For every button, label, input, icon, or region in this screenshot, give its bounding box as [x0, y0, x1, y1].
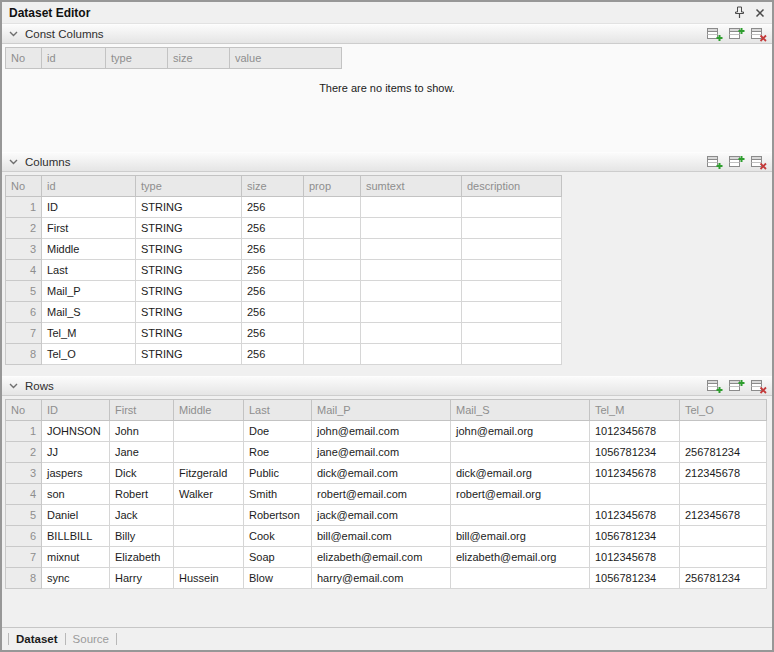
row-number-cell[interactable]: 8 [6, 344, 42, 365]
row-number-cell[interactable]: 6 [6, 302, 42, 323]
data-cell[interactable] [462, 302, 562, 323]
column-header[interactable]: No [6, 400, 42, 421]
data-cell[interactable]: Jack [110, 505, 174, 526]
data-cell[interactable] [304, 197, 361, 218]
data-cell[interactable]: STRING [136, 260, 242, 281]
column-header[interactable]: Mail_P [312, 400, 451, 421]
data-cell[interactable]: sync [42, 568, 110, 589]
row-number-cell[interactable]: 8 [6, 568, 42, 589]
row-number-cell[interactable]: 5 [6, 505, 42, 526]
collapse-rows-button[interactable] [6, 379, 20, 393]
data-cell[interactable] [174, 547, 244, 568]
collapse-columns-button[interactable] [6, 155, 20, 169]
column-header[interactable]: prop [304, 176, 361, 197]
data-cell[interactable] [462, 281, 562, 302]
data-cell[interactable] [361, 218, 462, 239]
data-cell[interactable] [462, 239, 562, 260]
data-cell[interactable] [451, 568, 590, 589]
column-header[interactable]: sumtext [361, 176, 462, 197]
data-cell[interactable]: Harry [110, 568, 174, 589]
data-cell[interactable]: 256781234 [680, 568, 767, 589]
column-header[interactable]: type [106, 48, 168, 69]
column-header[interactable]: Mail_S [451, 400, 590, 421]
data-cell[interactable]: elizabeth@email.com [312, 547, 451, 568]
data-cell[interactable]: Robert [110, 484, 174, 505]
insert-row-icon[interactable] [728, 155, 745, 170]
data-cell[interactable] [174, 421, 244, 442]
row-number-cell[interactable]: 2 [6, 442, 42, 463]
data-cell[interactable]: robert@email.org [451, 484, 590, 505]
data-cell[interactable]: 256 [242, 260, 304, 281]
data-cell[interactable] [462, 197, 562, 218]
data-cell[interactable] [680, 484, 767, 505]
data-cell[interactable]: STRING [136, 239, 242, 260]
row-number-cell[interactable]: 3 [6, 239, 42, 260]
data-cell[interactable]: JJ [42, 442, 110, 463]
data-cell[interactable] [304, 302, 361, 323]
column-header[interactable]: ID [42, 400, 110, 421]
data-cell[interactable]: Dick [110, 463, 174, 484]
tab-source[interactable]: Source [73, 633, 109, 645]
add-row-icon[interactable] [706, 155, 723, 170]
row-number-cell[interactable]: 6 [6, 526, 42, 547]
data-cell[interactable] [361, 281, 462, 302]
data-cell[interactable]: dick@email.org [451, 463, 590, 484]
data-cell[interactable]: Doe [244, 421, 312, 442]
collapse-const-columns-button[interactable] [6, 27, 20, 41]
row-number-cell[interactable]: 5 [6, 281, 42, 302]
column-header[interactable]: id [42, 176, 136, 197]
data-cell[interactable] [462, 260, 562, 281]
data-cell[interactable]: Last [42, 260, 136, 281]
row-number-cell[interactable]: 4 [6, 484, 42, 505]
data-cell[interactable]: Public [244, 463, 312, 484]
data-cell[interactable]: Roe [244, 442, 312, 463]
column-header[interactable]: value [230, 48, 342, 69]
data-cell[interactable]: STRING [136, 344, 242, 365]
delete-row-icon[interactable] [750, 155, 767, 170]
data-cell[interactable]: Daniel [42, 505, 110, 526]
data-cell[interactable]: Mail_S [42, 302, 136, 323]
data-cell[interactable]: John [110, 421, 174, 442]
data-cell[interactable] [451, 442, 590, 463]
data-cell[interactable]: Cook [244, 526, 312, 547]
row-number-cell[interactable]: 4 [6, 260, 42, 281]
data-cell[interactable]: 256 [242, 281, 304, 302]
delete-row-icon[interactable] [750, 379, 767, 394]
data-cell[interactable]: 1056781234 [590, 568, 680, 589]
column-header[interactable]: First [110, 400, 174, 421]
data-cell[interactable]: Blow [244, 568, 312, 589]
data-cell[interactable]: Elizabeth [110, 547, 174, 568]
data-cell[interactable]: 256 [242, 197, 304, 218]
data-cell[interactable]: jack@email.com [312, 505, 451, 526]
data-cell[interactable]: 256 [242, 323, 304, 344]
insert-row-icon[interactable] [728, 379, 745, 394]
data-cell[interactable]: 1012345678 [590, 505, 680, 526]
row-number-cell[interactable]: 7 [6, 323, 42, 344]
data-cell[interactable] [174, 442, 244, 463]
data-cell[interactable]: JOHNSON [42, 421, 110, 442]
data-cell[interactable] [462, 218, 562, 239]
data-cell[interactable]: mixnut [42, 547, 110, 568]
data-cell[interactable]: 1056781234 [590, 442, 680, 463]
column-header[interactable]: id [42, 48, 106, 69]
data-cell[interactable]: BILLBILL [42, 526, 110, 547]
data-cell[interactable]: harry@email.com [312, 568, 451, 589]
data-cell[interactable]: Smith [244, 484, 312, 505]
data-cell[interactable] [361, 260, 462, 281]
data-cell[interactable]: 256 [242, 302, 304, 323]
data-cell[interactable]: 256781234 [680, 442, 767, 463]
data-cell[interactable] [462, 344, 562, 365]
data-cell[interactable] [451, 505, 590, 526]
close-icon[interactable] [755, 8, 765, 18]
data-cell[interactable]: jaspers [42, 463, 110, 484]
data-cell[interactable] [361, 344, 462, 365]
tab-dataset[interactable]: Dataset [16, 633, 58, 645]
data-cell[interactable]: bill@email.org [451, 526, 590, 547]
row-number-cell[interactable]: 1 [6, 197, 42, 218]
column-header[interactable]: Middle [174, 400, 244, 421]
data-cell[interactable]: 256 [242, 239, 304, 260]
data-cell[interactable]: STRING [136, 281, 242, 302]
data-cell[interactable] [680, 547, 767, 568]
data-cell[interactable] [174, 505, 244, 526]
column-header[interactable]: size [168, 48, 230, 69]
